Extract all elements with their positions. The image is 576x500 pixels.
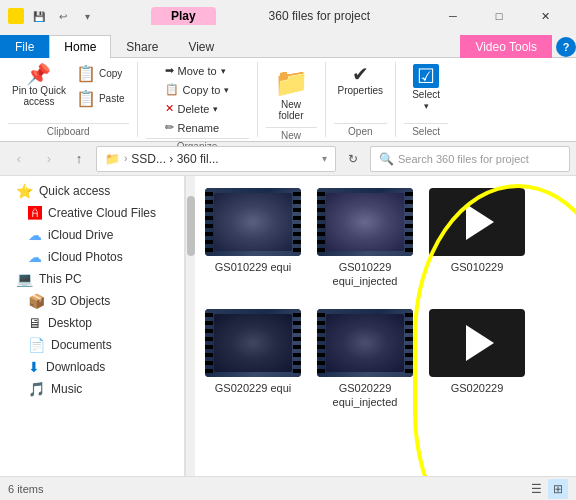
file-item-gs010229-injected[interactable]: GS010229 equi_injected xyxy=(315,184,415,293)
ribbon: 📌 Pin to Quick access 📋 Copy 📋 Paste Cli… xyxy=(0,58,576,142)
delete-button[interactable]: ✕ Delete ▾ xyxy=(159,100,236,117)
tab-home[interactable]: Home xyxy=(49,35,111,58)
select-dropdown-icon: ▾ xyxy=(424,101,429,111)
file-thumb-gs020229-injected xyxy=(317,309,413,377)
address-path: SSD... › 360 fil... xyxy=(131,152,218,166)
grid-view-button[interactable]: ⊞ xyxy=(548,479,568,499)
delete-dropdown-icon: ▾ xyxy=(213,104,218,114)
select-label: Select xyxy=(404,123,448,137)
sidebar-scrollbar[interactable] xyxy=(185,176,195,476)
ribbon-group-clipboard: 📌 Pin to Quick access 📋 Copy 📋 Paste Cli… xyxy=(0,62,138,137)
play-triangle-icon xyxy=(466,204,494,240)
sidebar-label-creative-cloud: Creative Cloud Files xyxy=(48,206,156,220)
tab-view[interactable]: View xyxy=(173,35,229,58)
open-label: Open xyxy=(334,123,388,137)
help-button[interactable]: ? xyxy=(556,37,576,57)
film-strip-2 xyxy=(317,188,413,256)
film-image-4 xyxy=(326,314,404,372)
sidebar-item-downloads[interactable]: ⬇ Downloads xyxy=(0,356,184,378)
move-to-button[interactable]: ➡ Move to ▾ xyxy=(159,62,236,79)
minimize-button[interactable]: ─ xyxy=(430,0,476,32)
film-strip-4 xyxy=(317,309,413,377)
file-label-gs020229-equi: GS020229 equi xyxy=(215,381,291,395)
sidebar-item-3d-objects[interactable]: 📦 3D Objects xyxy=(0,290,184,312)
move-dropdown-icon: ▾ xyxy=(221,66,226,76)
title-bar: 💾 ↩ ▾ Play 360 files for project ─ □ ✕ xyxy=(0,0,576,32)
player-icon-bg xyxy=(447,192,507,252)
creative-cloud-icon: 🅰 xyxy=(28,205,42,221)
close-button[interactable]: ✕ xyxy=(522,0,568,32)
tab-file[interactable]: File xyxy=(0,35,49,58)
maximize-button[interactable]: □ xyxy=(476,0,522,32)
file-item-gs020229-injected[interactable]: GS020229 equi_injected xyxy=(315,305,415,414)
address-dropdown-icon: ▾ xyxy=(322,153,327,164)
sidebar-item-icloud-drive[interactable]: ☁ iCloud Drive xyxy=(0,224,184,246)
sidebar-item-documents[interactable]: 📄 Documents xyxy=(0,334,184,356)
file-area: GS010229 equi GS010229 equi_injected GS0… xyxy=(195,176,576,476)
desktop-icon: 🖥 xyxy=(28,315,42,331)
sidebar-item-music[interactable]: 🎵 Music xyxy=(0,378,184,400)
ribbon-group-select: ☑ Select ▾ Select xyxy=(396,62,456,137)
copy-to-icon: 📋 xyxy=(165,83,179,96)
file-thumb-gs010229-equi xyxy=(205,188,301,256)
sidebar-label-3d-objects: 3D Objects xyxy=(51,294,110,308)
sidebar-item-creative-cloud[interactable]: 🅰 Creative Cloud Files xyxy=(0,202,184,224)
sidebar-label-this-pc: This PC xyxy=(39,272,82,286)
copy-to-button[interactable]: 📋 Copy to ▾ xyxy=(159,81,236,98)
sidebar-item-this-pc[interactable]: 💻 This PC xyxy=(0,268,184,290)
paste-button[interactable]: 📋 Paste xyxy=(72,87,129,110)
file-thumb-gs010229-injected xyxy=(317,188,413,256)
file-thumb-gs010229-player xyxy=(429,188,525,256)
icloud-drive-icon: ☁ xyxy=(28,227,42,243)
film-strip-1 xyxy=(205,188,301,256)
film-inner-3 xyxy=(214,314,292,372)
paste-icon: 📋 xyxy=(76,89,96,108)
file-label-gs020229-player: GS020229 xyxy=(451,381,504,395)
clipboard-buttons: 📌 Pin to Quick access 📋 Copy 📋 Paste xyxy=(8,62,129,121)
dropdown-btn[interactable]: ▾ xyxy=(76,5,98,27)
sidebar-scroll-thumb[interactable] xyxy=(187,196,195,256)
play-tab[interactable]: Play xyxy=(151,7,216,25)
folder-new-icon: 📁 xyxy=(274,66,309,99)
file-thumb-gs020229-player xyxy=(429,309,525,377)
refresh-button[interactable]: ↻ xyxy=(340,146,366,172)
list-view-button[interactable]: ☰ xyxy=(526,479,546,499)
folder-icon xyxy=(8,8,24,24)
rename-button[interactable]: ✏ Rename xyxy=(159,119,236,136)
back-button[interactable]: ‹ xyxy=(6,146,32,172)
new-buttons: 📁 New folder xyxy=(266,62,317,125)
tab-share[interactable]: Share xyxy=(111,35,173,58)
film-image-3 xyxy=(214,314,292,372)
select-button[interactable]: ☑ Select ▾ xyxy=(404,62,448,113)
address-box[interactable]: 📁 › SSD... › 360 fil... ▾ xyxy=(96,146,336,172)
sidebar-item-quick-access[interactable]: ⭐ Quick access xyxy=(0,180,184,202)
new-folder-button[interactable]: 📁 New folder xyxy=(266,62,317,125)
properties-button[interactable]: ✔ Properties xyxy=(334,62,388,98)
rename-icon: ✏ xyxy=(165,121,174,134)
search-box[interactable]: 🔍 Search 360 files for project xyxy=(370,146,570,172)
undo-btn[interactable]: ↩ xyxy=(52,5,74,27)
status-bar: 6 items ☰ ⊞ xyxy=(0,476,576,500)
delete-icon: ✕ xyxy=(165,102,174,115)
file-thumb-gs020229-equi xyxy=(205,309,301,377)
file-item-gs010229-player[interactable]: GS010229 xyxy=(427,184,527,293)
ribbon-group-organize: ➡ Move to ▾ 📋 Copy to ▾ ✕ Delete ▾ ✏ Ren… xyxy=(138,62,258,137)
file-item-gs020229-equi[interactable]: GS020229 equi xyxy=(203,305,303,414)
main-area: ⭐ Quick access 🅰 Creative Cloud Files ☁ … xyxy=(0,176,576,476)
film-strip-3 xyxy=(205,309,301,377)
file-item-gs020229-player[interactable]: GS020229 xyxy=(427,305,527,414)
sidebar-item-icloud-photos[interactable]: ☁ iCloud Photos xyxy=(0,246,184,268)
sidebar-item-desktop[interactable]: 🖥 Desktop xyxy=(0,312,184,334)
pin-quick-access-button[interactable]: 📌 Pin to Quick access xyxy=(8,62,70,109)
up-button[interactable]: ↑ xyxy=(66,146,92,172)
window-title: 360 files for project xyxy=(269,9,370,23)
ribbon-group-new: 📁 New folder New xyxy=(258,62,326,137)
play-triangle-icon-2 xyxy=(466,325,494,361)
save-btn[interactable]: 💾 xyxy=(28,5,50,27)
film-image-1 xyxy=(214,193,292,251)
tab-video-tools[interactable]: Video Tools xyxy=(460,35,552,58)
file-item-gs010229-equi[interactable]: GS010229 equi xyxy=(203,184,303,293)
sidebar-label-desktop: Desktop xyxy=(48,316,92,330)
forward-button[interactable]: › xyxy=(36,146,62,172)
copy-button[interactable]: 📋 Copy xyxy=(72,62,129,85)
